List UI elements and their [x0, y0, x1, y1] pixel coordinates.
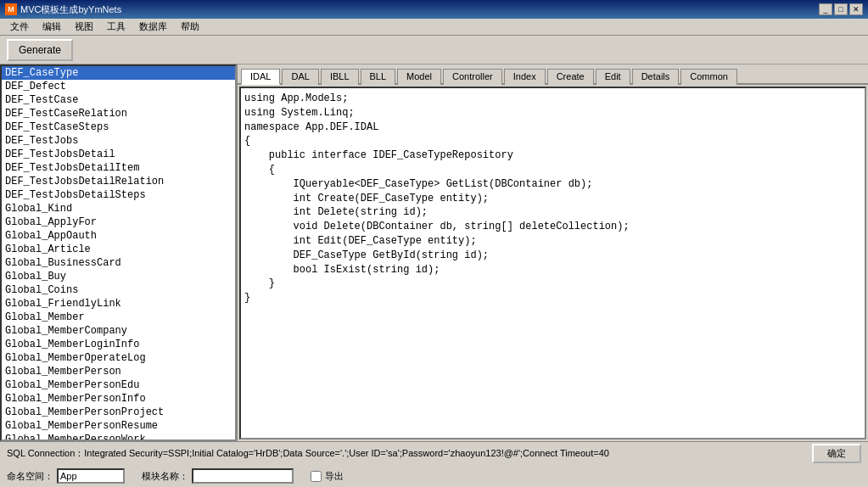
- tab-create[interactable]: Create: [547, 69, 594, 85]
- list-item[interactable]: DEF_TestJobsDetailSteps: [2, 188, 235, 202]
- sql-connection-area: SQL Connection：Integrated Security=SSPI;…: [7, 447, 805, 460]
- list-item[interactable]: Global_Article: [2, 243, 235, 256]
- left-panel: DEF_CaseTypeDEF_DefectDEF_TestCaseDEF_Te…: [0, 64, 238, 441]
- namespace-label: 命名空间：: [7, 470, 53, 483]
- namespace-field: 命名空间：: [7, 468, 125, 484]
- tab-dal[interactable]: DAL: [282, 69, 318, 85]
- tab-index[interactable]: Index: [504, 69, 546, 85]
- maximize-button[interactable]: □: [834, 3, 848, 15]
- namespace-input[interactable]: [57, 468, 125, 484]
- list-item[interactable]: Global_ApplyFor: [2, 216, 235, 229]
- list-item[interactable]: Global_MemberPersonWork: [2, 433, 235, 441]
- list-item[interactable]: DEF_TestCase: [2, 93, 235, 107]
- list-item[interactable]: DEF_TestCaseSteps: [2, 120, 235, 134]
- list-item[interactable]: DEF_TestJobsDetailItem: [2, 161, 235, 175]
- list-item[interactable]: Global_Coins: [2, 283, 235, 297]
- list-item[interactable]: Global_AppOauth: [2, 229, 235, 243]
- title-bar: M MVC模板生成byYmNets _ □ ✕: [0, 0, 868, 19]
- module-field: 模块名称：: [142, 468, 294, 484]
- menu-help[interactable]: 帮助: [174, 19, 206, 35]
- list-item[interactable]: Global_Buy: [2, 270, 235, 283]
- export-field: 导出: [311, 470, 344, 483]
- status-bar: SQL Connection：Integrated Security=SSPI;…: [0, 441, 868, 465]
- list-item[interactable]: DEF_Defect: [2, 80, 235, 93]
- list-item[interactable]: Global_MemberPerson: [2, 365, 235, 378]
- list-item[interactable]: Global_Member: [2, 311, 235, 324]
- list-item[interactable]: Global_BusinessCard: [2, 256, 235, 270]
- menu-bar: 文件 编辑 视图 工具 数据库 帮助: [0, 19, 868, 36]
- tab-bll[interactable]: BLL: [361, 69, 396, 85]
- list-item[interactable]: Global_MemberOperateLog: [2, 351, 235, 365]
- tab-details[interactable]: Details: [632, 69, 680, 85]
- list-item[interactable]: Global_MemberPersonEdu: [2, 378, 235, 392]
- list-item[interactable]: DEF_CaseType: [2, 66, 235, 80]
- generate-button[interactable]: Generate: [7, 39, 73, 61]
- menu-tools[interactable]: 工具: [100, 19, 132, 35]
- tab-idal[interactable]: IDAL: [241, 69, 280, 85]
- menu-database[interactable]: 数据库: [132, 19, 174, 35]
- module-label: 模块名称：: [142, 470, 188, 483]
- tab-bar: IDALDALIBLLBLLModelControllerIndexCreate…: [238, 64, 868, 85]
- list-item[interactable]: DEF_TestJobsDetailRelation: [2, 175, 235, 188]
- confirm-button[interactable]: 确定: [812, 444, 861, 463]
- bottom-bar: 命名空间： 模块名称： 导出: [0, 465, 868, 487]
- right-panel: IDALDALIBLLBLLModelControllerIndexCreate…: [238, 64, 868, 441]
- list-item[interactable]: Global_MemberPersonProject: [2, 406, 235, 419]
- tab-common[interactable]: Common: [680, 69, 737, 85]
- main-content: Generate DEF_CaseTypeDEF_DefectDEF_TestC…: [0, 36, 868, 487]
- app-title: MVC模板生成byYmNets: [20, 3, 121, 16]
- sql-value: Integrated Security=SSPI;Initial Catalog…: [84, 448, 609, 458]
- tab-controller[interactable]: Controller: [443, 69, 502, 85]
- title-bar-left: M MVC模板生成byYmNets: [5, 3, 121, 16]
- menu-view[interactable]: 视图: [68, 19, 100, 35]
- app-icon-text: M: [8, 5, 14, 14]
- list-item[interactable]: DEF_TestJobsDetail: [2, 148, 235, 161]
- menu-edit[interactable]: 编辑: [36, 19, 68, 35]
- list-item[interactable]: Global_Kind: [2, 202, 235, 216]
- list-item[interactable]: Global_MemberLoginInfo: [2, 338, 235, 351]
- menu-file[interactable]: 文件: [3, 19, 36, 35]
- module-input[interactable]: [192, 468, 294, 484]
- tab-edit[interactable]: Edit: [596, 69, 630, 85]
- code-area[interactable]: using App.Models; using System.Linq; nam…: [239, 87, 866, 439]
- export-label: 导出: [325, 470, 344, 483]
- app-icon: M: [5, 3, 17, 15]
- list-item[interactable]: Global_MemberCompany: [2, 324, 235, 338]
- window-controls[interactable]: _ □ ✕: [819, 3, 863, 15]
- list-item[interactable]: Global_FriendlyLink: [2, 297, 235, 311]
- entity-list[interactable]: DEF_CaseTypeDEF_DefectDEF_TestCaseDEF_Te…: [0, 64, 237, 441]
- sql-label: SQL Connection：: [7, 448, 84, 458]
- tab-ibll[interactable]: IBLL: [321, 69, 359, 85]
- content-area: DEF_CaseTypeDEF_DefectDEF_TestCaseDEF_Te…: [0, 64, 868, 441]
- export-checkbox[interactable]: [311, 471, 322, 482]
- list-item[interactable]: Global_MemberPersonResume: [2, 419, 235, 433]
- toolbar: Generate: [0, 36, 868, 64]
- list-item[interactable]: DEF_TestCaseRelation: [2, 107, 235, 120]
- tab-model[interactable]: Model: [397, 69, 441, 85]
- close-button[interactable]: ✕: [849, 3, 863, 15]
- list-item[interactable]: DEF_TestJobs: [2, 134, 235, 148]
- list-item[interactable]: Global_MemberPersonInfo: [2, 392, 235, 406]
- minimize-button[interactable]: _: [819, 3, 832, 15]
